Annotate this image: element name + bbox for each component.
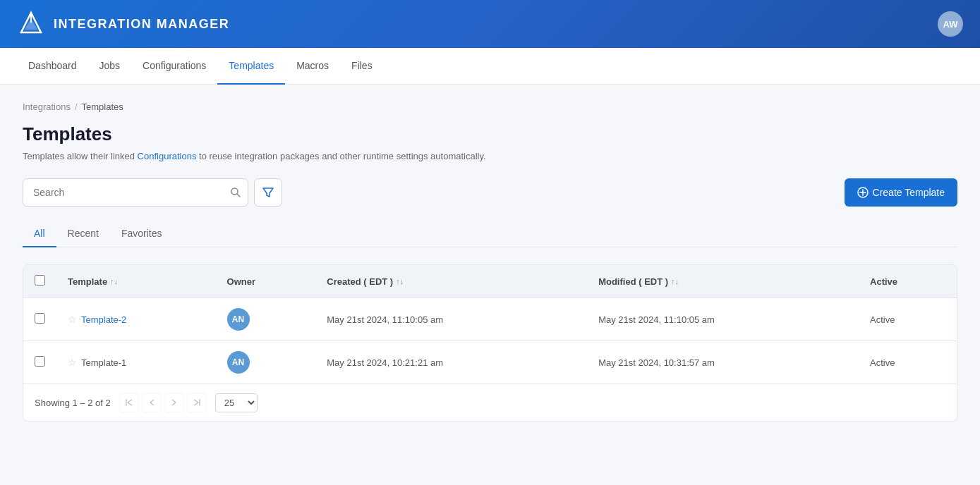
next-page-icon	[171, 399, 177, 406]
create-template-label: Create Template	[873, 187, 945, 198]
nav-jobs[interactable]: Jobs	[88, 48, 132, 85]
th-active-label: Active	[870, 276, 897, 287]
sort-template-icon: ↑↓	[110, 277, 118, 286]
description-prefix: Templates allow their linked	[23, 151, 138, 161]
svg-point-3	[231, 188, 238, 195]
tabs: All Recent Favorites	[23, 221, 957, 247]
row1-star-icon[interactable]: ☆	[68, 314, 77, 325]
toolbar-left	[23, 178, 282, 207]
th-active: Active	[859, 265, 957, 298]
page-title: Templates	[23, 123, 957, 145]
th-created: Created ( EDT ) ↑↓	[315, 265, 587, 298]
nav-configurations[interactable]: Configurations	[131, 48, 217, 85]
td-row1-modified: May 21st 2024, 11:10:05 am	[587, 298, 859, 341]
td-row2-name: ☆ Template-1	[56, 341, 216, 384]
td-row2-owner: AN	[216, 341, 316, 384]
tab-favorites[interactable]: Favorites	[110, 221, 174, 247]
pagination-info: Showing 1 – 2 of 2	[35, 398, 111, 408]
create-template-button[interactable]: Create Template	[845, 178, 957, 207]
breadcrumb-parent[interactable]: Integrations	[23, 102, 71, 112]
templates-table-container: Template ↑↓ Owner Created ( EDT ) ↑↓	[23, 264, 957, 422]
nav-files[interactable]: Files	[340, 48, 384, 85]
th-select-all	[23, 265, 56, 298]
th-template-label: Template	[68, 276, 107, 287]
td-row1-name: ☆ Template-2	[56, 298, 216, 341]
td-row2-modified: May 21st 2024, 10:31:57 am	[587, 341, 859, 384]
nav-templates[interactable]: Templates	[217, 48, 285, 85]
td-row1-created: May 21st 2024, 11:10:05 am	[315, 298, 587, 341]
th-modified: Modified ( EDT ) ↑↓	[587, 265, 859, 298]
search-input[interactable]	[23, 178, 248, 207]
table-header: Template ↑↓ Owner Created ( EDT ) ↑↓	[23, 265, 957, 298]
select-all-checkbox[interactable]	[35, 275, 45, 286]
table-row: ☆ Template-1 AN May 21st 2024, 10:21:21 …	[23, 341, 957, 384]
sort-created-icon: ↑↓	[396, 277, 404, 286]
th-owner-label: Owner	[227, 276, 255, 287]
logo-icon	[17, 10, 45, 38]
row2-checkbox[interactable]	[35, 356, 45, 367]
th-created-sort[interactable]: Created ( EDT ) ↑↓	[327, 276, 404, 287]
page-description: Templates allow their linked Configurati…	[23, 151, 957, 161]
nav-macros[interactable]: Macros	[285, 48, 340, 85]
pagination: Showing 1 – 2 of 2	[23, 383, 957, 421]
description-suffix: to reuse integration packages and other …	[196, 151, 485, 161]
td-row1-check	[23, 298, 56, 341]
main-nav: Dashboard Jobs Configurations Templates …	[0, 48, 980, 85]
svg-line-4	[238, 195, 241, 197]
table-row: ☆ Template-2 AN May 21st 2024, 11:10:05 …	[23, 298, 957, 341]
first-page-icon	[126, 399, 133, 406]
td-row2-created: May 21st 2024, 10:21:21 am	[315, 341, 587, 384]
th-modified-sort[interactable]: Modified ( EDT ) ↑↓	[598, 276, 679, 287]
pagination-first-button[interactable]	[119, 393, 139, 412]
app-title: INTEGRATION MANAGER	[54, 17, 229, 32]
td-row2-active: Active	[859, 341, 957, 384]
plus-circle-icon	[857, 187, 869, 198]
toolbar: Create Template	[23, 178, 957, 207]
row2-template-name: Template-1	[81, 357, 126, 368]
filter-icon	[262, 187, 274, 198]
tab-all[interactable]: All	[23, 221, 56, 247]
search-icon	[230, 187, 241, 198]
description-link[interactable]: Configurations	[138, 151, 197, 161]
last-page-icon	[193, 399, 200, 406]
tab-recent[interactable]: Recent	[56, 221, 110, 247]
svg-marker-5	[263, 188, 273, 197]
pagination-next-button[interactable]	[164, 393, 184, 412]
breadcrumb-separator: /	[75, 102, 78, 112]
main-content: Integrations / Templates Templates Templ…	[0, 85, 980, 485]
row1-template-link[interactable]: Template-2	[81, 314, 126, 325]
app-header: INTEGRATION MANAGER AW	[0, 0, 980, 48]
td-row2-check	[23, 341, 56, 384]
search-button[interactable]	[230, 187, 241, 198]
th-created-label: Created ( EDT )	[327, 276, 393, 287]
templates-table: Template ↑↓ Owner Created ( EDT ) ↑↓	[23, 265, 957, 383]
page-size-select[interactable]: 25 50 100	[215, 393, 258, 412]
td-row1-active: Active	[859, 298, 957, 341]
table-body: ☆ Template-2 AN May 21st 2024, 11:10:05 …	[23, 298, 957, 384]
th-modified-label: Modified ( EDT )	[598, 276, 668, 287]
pagination-last-button[interactable]	[187, 393, 207, 412]
nav-dashboard[interactable]: Dashboard	[17, 48, 88, 85]
logo-area: INTEGRATION MANAGER	[17, 10, 229, 38]
row1-checkbox[interactable]	[35, 313, 45, 324]
avatar[interactable]: AW	[938, 11, 963, 37]
td-row1-owner: AN	[216, 298, 316, 341]
filter-button[interactable]	[254, 178, 282, 207]
breadcrumb-current: Templates	[82, 102, 123, 112]
search-wrapper	[23, 178, 248, 207]
th-owner: Owner	[216, 265, 316, 298]
row2-owner-avatar: AN	[227, 351, 250, 374]
row2-star-icon[interactable]: ☆	[68, 357, 77, 368]
pagination-prev-button[interactable]	[142, 393, 162, 412]
row1-owner-avatar: AN	[227, 308, 250, 331]
sort-modified-icon: ↑↓	[671, 277, 679, 286]
th-template: Template ↑↓	[56, 265, 216, 298]
th-template-sort[interactable]: Template ↑↓	[68, 276, 118, 287]
prev-page-icon	[149, 399, 155, 406]
breadcrumb: Integrations / Templates	[23, 102, 957, 112]
